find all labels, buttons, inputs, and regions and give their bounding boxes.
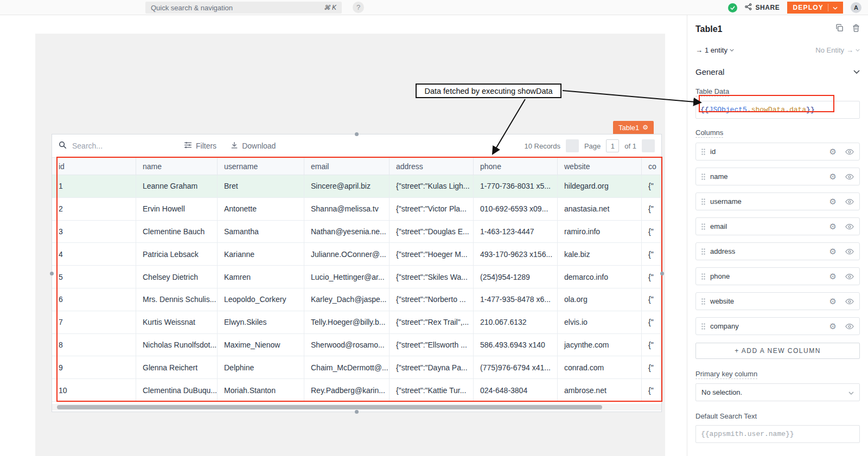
chevron-down-icon bbox=[848, 388, 854, 396]
column-visibility-eye-icon[interactable] bbox=[845, 149, 854, 155]
column-header-email[interactable]: email bbox=[304, 158, 390, 175]
table-cell: {"street":"Victor Pla... bbox=[390, 198, 474, 220]
table-row[interactable]: 6 Mrs. Dennis Schulis... Leopoldo_Corker… bbox=[52, 288, 661, 311]
column-settings-gear-icon[interactable]: ⚙ bbox=[829, 197, 837, 207]
column-item-id[interactable]: id ⚙ bbox=[695, 143, 860, 160]
table-cell: {" bbox=[642, 356, 661, 378]
add-new-column-button[interactable]: + ADD A NEW COLUMN bbox=[695, 343, 860, 359]
table-cell: 493-170-9623 x156... bbox=[474, 243, 558, 265]
columns-label: Columns bbox=[695, 129, 723, 138]
table-row[interactable]: 7 Kurtis Weissnat Elwyn.Skiles Telly.Hoe… bbox=[52, 311, 661, 334]
help-icon[interactable]: ? bbox=[353, 2, 364, 13]
pane-widget-title[interactable]: Table1 bbox=[695, 24, 723, 34]
table-cell: Clementine Bauch bbox=[136, 221, 218, 243]
column-item-label: id bbox=[710, 147, 716, 156]
code-function: showData bbox=[751, 106, 785, 114]
drag-handle-icon[interactable] bbox=[701, 223, 705, 230]
next-page-button[interactable] bbox=[642, 139, 655, 152]
column-item-name[interactable]: name ⚙ bbox=[695, 168, 860, 185]
column-item-company[interactable]: company ⚙ bbox=[695, 317, 860, 335]
column-settings-gear-icon[interactable]: ⚙ bbox=[829, 272, 837, 281]
table-cell: Mrs. Dennis Schulis... bbox=[136, 288, 218, 311]
column-item-username[interactable]: username ⚙ bbox=[695, 192, 860, 210]
column-settings-gear-icon[interactable]: ⚙ bbox=[829, 222, 837, 232]
column-visibility-eye-icon[interactable] bbox=[845, 298, 854, 305]
table-row[interactable]: 10 Clementina DuBuqu... Moriah.Stanton R… bbox=[52, 379, 661, 402]
column-settings-gear-icon[interactable]: ⚙ bbox=[829, 172, 837, 182]
table-cell: 1-477-935-8478 x6... bbox=[474, 288, 558, 311]
default-search-text-input[interactable]: {{appsmith.user.name}} bbox=[695, 425, 860, 443]
column-header-id[interactable]: id bbox=[52, 158, 136, 175]
column-item-phone[interactable]: phone ⚙ bbox=[695, 267, 860, 285]
horizontal-scrollbar-thumb[interactable] bbox=[57, 405, 602, 409]
column-settings-gear-icon[interactable]: ⚙ bbox=[829, 147, 837, 157]
column-visibility-eye-icon[interactable] bbox=[845, 223, 854, 230]
table-row[interactable]: 2 Ervin Howell Antonette Shanna@melissa.… bbox=[52, 198, 661, 221]
resize-handle-right[interactable] bbox=[660, 272, 664, 275]
column-visibility-eye-icon[interactable] bbox=[845, 273, 854, 280]
column-header-company[interactable]: co bbox=[642, 158, 661, 175]
table-widget[interactable]: Search... Filters Download 10 Records Pa… bbox=[52, 134, 662, 412]
general-section-header[interactable]: General bbox=[695, 67, 860, 76]
widget-name-badge[interactable]: Table1 ⚙ bbox=[613, 121, 654, 134]
table-row[interactable]: 9 Glenna Reichert Delphine Chaim_McDermo… bbox=[52, 356, 661, 379]
column-header-name[interactable]: name bbox=[136, 158, 218, 175]
table-row[interactable]: 3 Clementine Bauch Samantha Nathan@yesen… bbox=[52, 221, 661, 243]
widget-name-label: Table1 bbox=[618, 124, 639, 132]
filters-button[interactable]: Filters bbox=[184, 142, 216, 150]
deploy-chevron-icon[interactable] bbox=[833, 4, 838, 11]
column-visibility-eye-icon[interactable] bbox=[845, 323, 854, 330]
share-button[interactable]: SHARE bbox=[745, 3, 780, 12]
column-item-email[interactable]: email ⚙ bbox=[695, 217, 860, 235]
column-header-website[interactable]: website bbox=[558, 158, 642, 175]
column-settings-gear-icon[interactable]: ⚙ bbox=[829, 322, 837, 331]
column-settings-gear-icon[interactable]: ⚙ bbox=[829, 297, 837, 306]
prev-page-button[interactable] bbox=[566, 139, 579, 152]
column-item-address[interactable]: address ⚙ bbox=[695, 242, 860, 260]
column-visibility-eye-icon[interactable] bbox=[845, 198, 854, 205]
drag-handle-icon[interactable] bbox=[701, 149, 705, 155]
table-row[interactable]: 5 Chelsey Dietrich Kamren Lucio_Hettinge… bbox=[52, 266, 661, 288]
drag-handle-icon[interactable] bbox=[701, 273, 705, 280]
table-row[interactable]: 4 Patricia Lebsack Karianne Julianne.OCo… bbox=[52, 243, 661, 266]
table-cell: 2 bbox=[52, 198, 136, 220]
table-cell: {"street":"Kulas Ligh... bbox=[390, 175, 474, 197]
incoming-entities-dropdown[interactable]: → 1 entity bbox=[695, 46, 734, 54]
column-settings-gear-icon[interactable]: ⚙ bbox=[829, 247, 837, 256]
column-visibility-eye-icon[interactable] bbox=[845, 174, 854, 180]
table-cell: Bret bbox=[218, 175, 304, 197]
column-header-phone[interactable]: phone bbox=[474, 158, 558, 175]
table-cell: 10 bbox=[52, 379, 136, 401]
copy-widget-icon[interactable] bbox=[835, 24, 844, 34]
resize-handle-top[interactable] bbox=[355, 132, 359, 136]
drag-handle-icon[interactable] bbox=[701, 323, 705, 330]
drag-handle-icon[interactable] bbox=[701, 298, 705, 305]
column-visibility-eye-icon[interactable] bbox=[845, 248, 854, 255]
widget-settings-gear-icon[interactable]: ⚙ bbox=[642, 124, 648, 131]
primary-key-dropdown[interactable]: No selection. bbox=[695, 383, 860, 401]
primary-key-label: Primary key column bbox=[695, 370, 757, 379]
table-cell: Shanna@melissa.tv bbox=[304, 198, 390, 220]
page-number-input[interactable]: 1 bbox=[606, 139, 619, 152]
deploy-button[interactable]: DEPLOY bbox=[787, 2, 843, 14]
table-search-input[interactable]: Search... bbox=[59, 141, 170, 151]
table-cell: Clementina DuBuqu... bbox=[136, 379, 218, 401]
quick-search-input[interactable]: Quick search & navigation ⌘ K bbox=[145, 2, 342, 14]
table-row[interactable]: 1 Leanne Graham Bret Sincere@april.biz {… bbox=[52, 175, 661, 198]
avatar[interactable]: A bbox=[851, 2, 861, 13]
outgoing-entities-dropdown[interactable]: No Entity → bbox=[815, 46, 860, 54]
column-header-address[interactable]: address bbox=[390, 158, 474, 175]
drag-handle-icon[interactable] bbox=[701, 174, 705, 180]
table-cell: Telly.Hoeger@billy.b... bbox=[304, 311, 390, 333]
resize-handle-left[interactable] bbox=[50, 272, 54, 275]
table-cell: Chaim_McDermott@... bbox=[304, 356, 390, 378]
drag-handle-icon[interactable] bbox=[701, 248, 705, 255]
resize-handle-bottom[interactable] bbox=[355, 410, 359, 414]
delete-widget-icon[interactable] bbox=[852, 24, 860, 34]
column-item-website[interactable]: website ⚙ bbox=[695, 292, 860, 310]
column-header-username[interactable]: username bbox=[218, 158, 304, 175]
table-data-input[interactable]: {{JSObject5.showData.data}} bbox=[695, 101, 860, 119]
table-row[interactable]: 8 Nicholas Runolfsdot... Maxime_Nienow S… bbox=[52, 334, 661, 357]
drag-handle-icon[interactable] bbox=[701, 198, 705, 205]
download-button[interactable]: Download bbox=[231, 142, 276, 151]
